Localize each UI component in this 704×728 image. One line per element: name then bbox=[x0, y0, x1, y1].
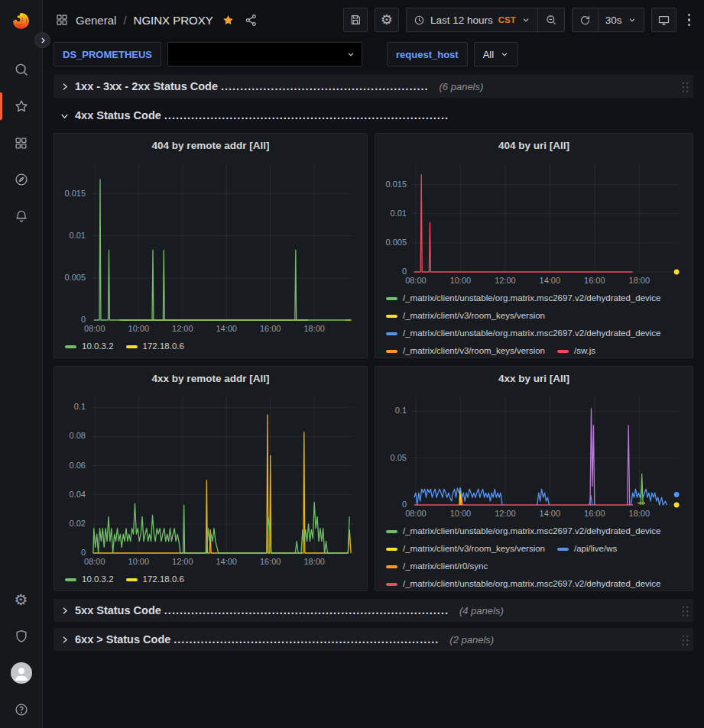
legend-swatch bbox=[386, 332, 397, 335]
request-host-variable-select[interactable]: All bbox=[474, 42, 518, 66]
row-header-1xx-3xx-2xx[interactable]: 1xx - 3xx - 2xx Status Code ............… bbox=[54, 75, 693, 98]
svg-text:08:00: 08:00 bbox=[405, 509, 427, 518]
svg-text:18:00: 18:00 bbox=[303, 324, 325, 333]
time-series-chart[interactable]: 00.0050.010.01508:0010:0012:0014:0016:00… bbox=[381, 157, 686, 288]
panel-title: 404 by uri [All] bbox=[498, 140, 569, 151]
panel-header[interactable]: 404 by uri [All] bbox=[381, 134, 686, 157]
sidebar-expand-button[interactable] bbox=[34, 32, 50, 48]
svg-text:12:00: 12:00 bbox=[495, 276, 516, 285]
legend-label: /_matrix/client/r0/sync bbox=[403, 558, 488, 575]
sidebar-item-configuration[interactable]: ⚙ bbox=[0, 581, 43, 618]
legend-item[interactable]: 172.18.0.6 bbox=[126, 338, 184, 355]
cycle-view-button[interactable] bbox=[651, 8, 676, 32]
breadcrumb-separator: / bbox=[123, 14, 126, 27]
svg-text:0.05: 0.05 bbox=[391, 453, 407, 462]
legend-item[interactable]: /_matrix/client/unstable/org.matrix.msc2… bbox=[386, 523, 661, 540]
svg-text:12:00: 12:00 bbox=[495, 509, 516, 518]
legend-item[interactable]: /sw.js bbox=[557, 342, 595, 358]
sidebar-item-profile[interactable] bbox=[0, 655, 43, 691]
zoom-out-icon bbox=[545, 14, 557, 26]
legend-label: /api/live/ws bbox=[574, 540, 617, 558]
sidebar-item-help[interactable] bbox=[0, 691, 43, 728]
legend-item[interactable]: 10.0.3.2 bbox=[65, 571, 114, 588]
breadcrumb: General / NGINX PROXY bbox=[55, 11, 261, 30]
legend-item[interactable]: /_matrix/client/unstable/org.matrix.msc2… bbox=[386, 575, 661, 591]
favorite-star-icon[interactable] bbox=[220, 14, 235, 27]
sidebar-item-search[interactable] bbox=[0, 51, 43, 88]
row-header-6xx[interactable]: 6xx > Status Code ......................… bbox=[54, 628, 693, 651]
search-icon bbox=[14, 62, 29, 77]
row-drag-handle[interactable] bbox=[680, 604, 689, 616]
svg-text:18:00: 18:00 bbox=[629, 276, 650, 285]
chevron-down-icon bbox=[628, 15, 637, 24]
row-drag-handle[interactable] bbox=[680, 633, 689, 645]
svg-text:16:00: 16:00 bbox=[584, 276, 605, 285]
chevron-down-icon bbox=[500, 50, 509, 59]
time-range-button[interactable]: Last 12 hours CST bbox=[407, 8, 537, 31]
svg-text:10:00: 10:00 bbox=[450, 509, 472, 518]
refresh-picker: 30s bbox=[572, 8, 644, 32]
row-header-4xx[interactable]: 4xx Status Code ........................… bbox=[54, 104, 693, 127]
shield-icon bbox=[14, 629, 29, 644]
sidebar-item-explore[interactable] bbox=[0, 161, 43, 198]
chevron-right-icon bbox=[60, 635, 70, 645]
panel-header[interactable]: 4xx by uri [All] bbox=[381, 367, 686, 390]
time-series-chart[interactable]: 00.0050.010.01508:0010:0012:0014:0016:00… bbox=[60, 157, 361, 336]
panel-legend: 10.0.3.2172.18.0.6 bbox=[65, 338, 361, 355]
grafana-logo-icon[interactable] bbox=[11, 11, 31, 31]
svg-text:0: 0 bbox=[402, 267, 407, 276]
breadcrumb-dashboard-title[interactable]: NGINX PROXY bbox=[134, 14, 213, 27]
refresh-interval-button[interactable]: 30s bbox=[598, 8, 644, 31]
svg-text:0.02: 0.02 bbox=[70, 519, 86, 528]
sidebar-item-dashboards[interactable] bbox=[0, 125, 43, 161]
time-series-chart[interactable]: 00.020.040.060.080.108:0010:0012:0014:00… bbox=[60, 390, 361, 569]
legend-label: /_matrix/client/v3/room_keys/version bbox=[403, 342, 545, 358]
top-navbar: General / NGINX PROXY ⚙ bbox=[43, 0, 704, 40]
legend-item[interactable]: /_matrix/client/v3/room_keys/version bbox=[386, 307, 545, 325]
refresh-button[interactable] bbox=[573, 8, 598, 31]
legend-item[interactable]: /_matrix/client/v3/room_keys/version bbox=[386, 342, 545, 358]
legend-label: /_matrix/client/unstable/org.matrix.msc2… bbox=[403, 290, 661, 307]
legend-item[interactable]: 172.18.0.6 bbox=[126, 571, 184, 588]
user-avatar bbox=[11, 662, 32, 684]
legend-swatch bbox=[386, 583, 397, 586]
legend-label: /_matrix/client/unstable/org.matrix.msc2… bbox=[403, 523, 661, 540]
sidebar-item-starred[interactable] bbox=[0, 88, 43, 125]
legend-label: /sw.js bbox=[574, 342, 595, 358]
legend-item[interactable]: /api/live/ws bbox=[557, 540, 617, 558]
legend-item[interactable]: 10.0.3.2 bbox=[65, 338, 114, 355]
legend-swatch bbox=[386, 565, 397, 568]
svg-text:16:00: 16:00 bbox=[260, 324, 281, 333]
svg-text:08:00: 08:00 bbox=[84, 557, 105, 566]
zoom-out-button[interactable] bbox=[537, 8, 564, 31]
svg-text:14:00: 14:00 bbox=[216, 557, 237, 566]
panel-404-by-remote-addr: 404 by remote addr [All] 00.0050.010.015… bbox=[54, 133, 368, 358]
panel-title: 4xx by remote addr [All] bbox=[152, 373, 270, 384]
chevron-right-icon bbox=[60, 606, 70, 616]
time-series-chart[interactable]: 00.050.108:0010:0012:0014:0016:0018:00 bbox=[381, 390, 686, 521]
svg-text:0.005: 0.005 bbox=[385, 238, 407, 247]
svg-text:0.01: 0.01 bbox=[391, 209, 407, 218]
row-title-dots: ........................................… bbox=[164, 604, 449, 616]
row-header-5xx[interactable]: 5xx Status Code ........................… bbox=[54, 599, 693, 622]
breadcrumb-section[interactable]: General bbox=[76, 14, 116, 27]
sidebar-item-server-admin[interactable] bbox=[0, 618, 43, 655]
legend-swatch bbox=[557, 548, 569, 551]
sidebar-item-alerting[interactable] bbox=[0, 198, 43, 235]
row-drag-handle[interactable] bbox=[680, 80, 689, 92]
row-panel-count: (6 panels) bbox=[440, 81, 484, 92]
bell-icon bbox=[14, 209, 29, 224]
apps-grid-icon bbox=[55, 13, 69, 27]
legend-item[interactable]: /_matrix/client/unstable/org.matrix.msc2… bbox=[386, 290, 661, 307]
dashboard-settings-button[interactable]: ⚙ bbox=[375, 8, 399, 32]
share-icon[interactable] bbox=[242, 11, 261, 30]
panel-header[interactable]: 4xx by remote addr [All] bbox=[60, 367, 361, 390]
panel-header[interactable]: 404 by remote addr [All] bbox=[60, 134, 361, 157]
legend-item[interactable]: /_matrix/client/v3/room_keys/version bbox=[386, 540, 545, 558]
more-options-button[interactable] bbox=[683, 14, 696, 27]
chevron-down-icon bbox=[60, 111, 70, 121]
datasource-variable-select[interactable] bbox=[167, 42, 362, 66]
save-dashboard-button[interactable] bbox=[343, 8, 368, 32]
legend-item[interactable]: /_matrix/client/r0/sync bbox=[386, 558, 488, 575]
legend-item[interactable]: /_matrix/client/unstable/org.matrix.msc2… bbox=[386, 325, 661, 342]
